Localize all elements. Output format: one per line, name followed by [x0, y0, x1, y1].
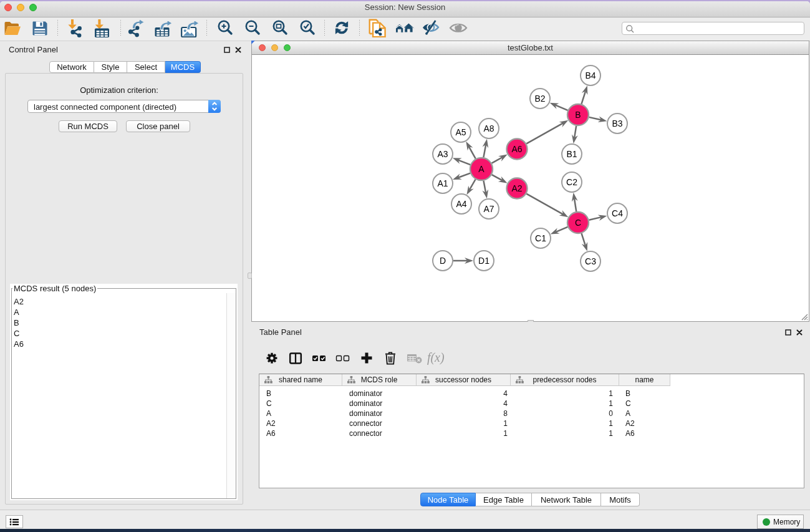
import-network-button[interactable]	[65, 17, 86, 39]
tab-network-table[interactable]: Network Table	[532, 493, 601, 506]
tab-style[interactable]: Style	[94, 61, 127, 73]
cell-MCDS-role[interactable]: connector	[349, 418, 382, 428]
column-header-predecessor-nodes[interactable]: predecessor nodes	[511, 374, 619, 386]
cell-name[interactable]: B	[625, 389, 630, 399]
column-header-MCDS-role[interactable]: MCDS role	[342, 374, 417, 386]
cell-MCDS-role[interactable]: dominator	[349, 389, 382, 399]
edge-A-A7[interactable]	[484, 181, 486, 193]
cell-predecessor-nodes[interactable]: 1	[511, 418, 613, 428]
run-mcds-button[interactable]: Run MCDS	[59, 120, 117, 132]
cell-name[interactable]: A6	[625, 428, 635, 438]
edge-A-A4[interactable]	[470, 179, 475, 189]
edge-A2-C[interactable]	[526, 194, 563, 215]
zoom-in-button[interactable]	[215, 17, 236, 39]
tab-select[interactable]: Select	[127, 61, 165, 73]
cell-successor-nodes[interactable]: 1	[417, 428, 508, 438]
edge-A-A3[interactable]	[458, 160, 471, 165]
edge-C-C1[interactable]	[556, 227, 567, 232]
zoom-selected-button[interactable]	[297, 17, 318, 39]
float-panel-icon[interactable]	[224, 47, 230, 53]
export-network-button[interactable]	[126, 17, 147, 39]
criterion-dropdown[interactable]: largest connected component (directed)	[27, 100, 221, 113]
edge-C-C4[interactable]	[589, 217, 602, 220]
zoom-out-button[interactable]	[242, 17, 263, 39]
cell-shared-name[interactable]: A	[266, 409, 271, 418]
mcds-result-item[interactable]: A	[12, 307, 225, 317]
cell-predecessor-nodes[interactable]: 0	[511, 409, 613, 418]
settings-button[interactable]	[260, 349, 284, 367]
close-panel-icon[interactable]	[235, 47, 241, 53]
edge-A-A1[interactable]	[458, 173, 470, 178]
mcds-result-item[interactable]: B	[12, 317, 225, 328]
open-file-button[interactable]	[2, 17, 23, 39]
edge-B-B4[interactable]	[581, 91, 586, 104]
cell-MCDS-role[interactable]: dominator	[349, 399, 382, 409]
task-history-button[interactable]	[6, 515, 23, 528]
tab-edge-table[interactable]: Edge Table	[476, 493, 532, 506]
cell-successor-nodes[interactable]: 4	[417, 389, 508, 399]
export-table-button[interactable]	[152, 17, 173, 39]
cell-predecessor-nodes[interactable]: 1	[511, 399, 613, 409]
edge-B-B1[interactable]	[574, 126, 576, 138]
select-all-button[interactable]	[307, 349, 331, 367]
deselect-all-button[interactable]	[331, 349, 355, 367]
edge-C-C2[interactable]	[574, 198, 576, 211]
cell-successor-nodes[interactable]: 8	[417, 409, 508, 418]
cell-predecessor-nodes[interactable]: 1	[511, 428, 613, 438]
edge-A-A6[interactable]	[492, 157, 503, 163]
mcds-result-scrollbar[interactable]	[226, 293, 236, 498]
export-image-button[interactable]	[179, 17, 200, 39]
cell-shared-name[interactable]: A2	[266, 418, 276, 428]
tab-motifs[interactable]: Motifs	[601, 493, 640, 506]
cell-MCDS-role[interactable]: dominator	[349, 409, 382, 418]
add-column-button[interactable]	[355, 349, 378, 367]
column-header-shared-name[interactable]: shared name	[259, 374, 342, 386]
edge-A6-B[interactable]	[526, 123, 563, 143]
column-header-successor-nodes[interactable]: successor nodes	[417, 374, 511, 386]
cell-shared-name[interactable]: A6	[266, 428, 276, 438]
vertical-split-pane-handle[interactable]	[248, 273, 252, 279]
column-header-name[interactable]: name	[619, 374, 670, 386]
cell-successor-nodes[interactable]: 1	[417, 418, 508, 428]
cell-shared-name[interactable]: B	[266, 389, 271, 399]
cell-name[interactable]: A2	[625, 418, 635, 428]
edge-B-B3[interactable]	[589, 117, 602, 120]
mcds-result-item[interactable]: C	[12, 328, 225, 339]
network-canvas[interactable]: AA6A2BCA5A8A3A1A4A7B2B4B3B1C2C4C1C3DD1	[252, 55, 809, 321]
edge-C-C3[interactable]	[582, 233, 586, 246]
memory-button[interactable]: Memory	[757, 515, 804, 529]
duplicate-network-button[interactable]	[367, 17, 388, 39]
tab-node-table[interactable]: Node Table	[420, 493, 476, 506]
save-session-button[interactable]	[29, 17, 51, 39]
table-close-panel-icon[interactable]	[796, 329, 803, 336]
table-float-panel-icon[interactable]	[785, 329, 791, 336]
function-builder-button[interactable]: f(x)	[426, 349, 450, 367]
cell-shared-name[interactable]: C	[266, 399, 272, 409]
delete-table-button[interactable]	[402, 349, 426, 367]
cell-successor-nodes[interactable]: 4	[417, 399, 508, 409]
refresh-button[interactable]	[331, 17, 352, 39]
tab-mcds[interactable]: MCDS	[165, 61, 201, 73]
mcds-result-item[interactable]: A6	[12, 339, 225, 349]
window-resize-grip[interactable]	[799, 312, 808, 321]
show-eye-button[interactable]	[448, 17, 469, 39]
delete-column-button[interactable]	[378, 349, 402, 367]
tab-network[interactable]: Network	[49, 61, 94, 73]
edge-A-A5[interactable]	[469, 147, 476, 158]
split-view-button[interactable]	[284, 349, 307, 367]
edge-A-A2[interactable]	[492, 175, 503, 180]
close-panel-button[interactable]: Close panel	[126, 120, 190, 132]
mcds-result-item[interactable]: A2	[12, 296, 225, 307]
cell-MCDS-role[interactable]: connector	[349, 428, 382, 438]
cell-name[interactable]: A	[625, 409, 630, 418]
hide-selected-button[interactable]	[420, 17, 441, 39]
edge-B-B2[interactable]	[555, 105, 567, 110]
search-input[interactable]	[622, 22, 804, 35]
import-table-button[interactable]	[92, 17, 113, 39]
zoom-fit-button[interactable]	[269, 17, 291, 39]
cell-name[interactable]: C	[625, 399, 631, 409]
edge-A-A8[interactable]	[483, 145, 486, 157]
show-all-button[interactable]	[393, 17, 415, 39]
cell-predecessor-nodes[interactable]: 1	[511, 389, 613, 399]
svg-text:f(x): f(x)	[427, 351, 445, 365]
